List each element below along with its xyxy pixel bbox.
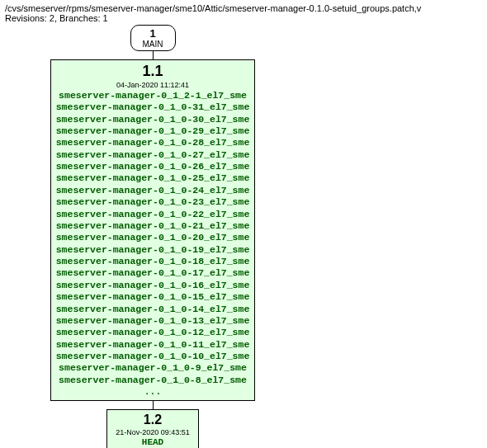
revision-summary: Revisions: 2, Branches: 1 — [5, 13, 482, 23]
tag-label: smeserver-manager-0_1_0-9_el7_sme — [56, 362, 250, 374]
tag-label: smeserver-manager-0_1_0-14_el7_sme — [56, 304, 250, 315]
tag-label: smeserver-manager-0_1_0-13_el7_sme — [56, 315, 250, 327]
branch-number: 1 — [143, 27, 163, 40]
tag-label: smeserver-manager-0_1_0-24_el7_sme — [56, 185, 250, 196]
tag-label: smeserver-manager-0_1_0-10_el7_sme — [56, 351, 250, 362]
repo-path: /cvs/smeserver/rpms/smeserver-manager/sm… — [5, 3, 482, 13]
revision-date: 21-Nov-2020 09:43:51 — [116, 428, 190, 437]
page-header: /cvs/smeserver/rpms/smeserver-manager/sm… — [0, 0, 487, 25]
branch-name: MAIN — [143, 40, 163, 49]
branch-node-main[interactable]: 1 MAIN — [130, 25, 176, 51]
tag-label: smeserver-manager-0_1_0-20_el7_sme — [56, 232, 250, 243]
revision-date: 04-Jan-2020 11:12:41 — [56, 81, 250, 90]
tag-label: smeserver-manager-0_1_0-8_el7_sme — [56, 375, 250, 386]
tag-label: smeserver-manager-0_1_0-29_el7_sme — [56, 125, 250, 137]
tag-label: smeserver-manager-0_1_0-18_el7_sme — [56, 256, 250, 267]
tag-label: smeserver-manager-0_1_0-23_el7_sme — [56, 196, 250, 208]
tag-ellipsis: ... — [56, 386, 250, 398]
tag-label: smeserver-manager-0_1_0-30_el7_sme — [56, 114, 250, 125]
tag-label: smeserver-manager-0_1_0-11_el7_sme — [56, 339, 250, 351]
head-label: HEAD — [116, 437, 190, 448]
revision-number: 1.2 — [116, 412, 190, 428]
revision-node-1-2[interactable]: 1.2 21-Nov-2020 09:43:51 HEAD — [106, 409, 199, 449]
tag-label: smeserver-manager-0_1_0-16_el7_sme — [56, 280, 250, 291]
tag-label: smeserver-manager-0_1_0-12_el7_sme — [56, 327, 250, 338]
tag-label: smeserver-manager-0_1_2-1_el7_sme — [56, 90, 250, 101]
graph-edge — [153, 51, 154, 59]
tag-label: smeserver-manager-0_1_0-27_el7_sme — [56, 149, 250, 161]
revision-number: 1.1 — [56, 62, 250, 81]
tag-label: smeserver-manager-0_1_0-31_el7_sme — [56, 101, 250, 113]
graph-edge — [153, 401, 154, 409]
tag-label: smeserver-manager-0_1_0-28_el7_sme — [56, 137, 250, 149]
tag-label: smeserver-manager-0_1_0-22_el7_sme — [56, 209, 250, 220]
revision-node-1-1[interactable]: 1.1 04-Jan-2020 11:12:41 smeserver-manag… — [50, 59, 256, 401]
tag-label: smeserver-manager-0_1_0-17_el7_sme — [56, 267, 250, 279]
tag-label: smeserver-manager-0_1_0-25_el7_sme — [56, 172, 250, 184]
revision-graph: 1 MAIN 1.1 04-Jan-2020 11:12:41 smeserve… — [0, 25, 487, 448]
tag-label: smeserver-manager-0_1_0-21_el7_sme — [56, 220, 250, 232]
tag-label: smeserver-manager-0_1_0-15_el7_sme — [56, 291, 250, 303]
tag-list: smeserver-manager-0_1_2-1_el7_smesmeserv… — [56, 90, 250, 386]
tag-label: smeserver-manager-0_1_0-19_el7_sme — [56, 244, 250, 256]
tag-label: smeserver-manager-0_1_0-26_el7_sme — [56, 161, 250, 172]
